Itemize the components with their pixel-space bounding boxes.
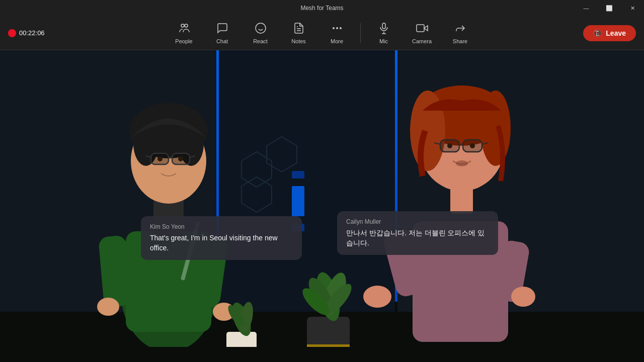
svg-point-61	[447, 143, 452, 148]
leave-phone-icon: 📵	[593, 29, 602, 37]
toolbar: 00:22:06 People Chat	[0, 16, 644, 50]
svg-point-42	[157, 156, 163, 161]
svg-rect-81	[0, 347, 644, 362]
app-title: Mesh for Teams	[300, 5, 343, 12]
svg-point-62	[470, 143, 475, 148]
leave-button[interactable]: 📵 Leave	[583, 25, 636, 41]
react-label: React	[253, 38, 268, 44]
bubble-right-name: Cailyn Muller	[346, 218, 489, 225]
recording-time: 00:22:06	[19, 29, 45, 37]
more-button[interactable]: More	[320, 18, 354, 48]
window-controls: — ⬜ ✕	[575, 0, 644, 16]
svg-point-10	[340, 27, 342, 29]
svg-point-46	[97, 298, 119, 316]
share-icon	[454, 22, 466, 36]
people-button[interactable]: People	[167, 18, 201, 48]
close-button[interactable]: ✕	[621, 0, 644, 16]
recording-indicator: 00:22:06	[8, 29, 45, 37]
svg-marker-14	[424, 26, 428, 31]
chat-button[interactable]: Chat	[205, 18, 239, 48]
speech-bubble-right: Cailyn Muller 만나서 반갑습니다. 저는 더블린 오피스에 있습니…	[337, 211, 498, 255]
bubble-left-text: That's great, I'm in Seoul visiting the …	[150, 233, 293, 253]
notes-icon	[293, 22, 305, 36]
svg-rect-23	[292, 171, 304, 178]
toolbar-divider	[360, 23, 361, 43]
bubble-right-text: 만나서 반갑습니다. 저는 더블린 오피스에 있습니다.	[346, 228, 489, 248]
notes-label: Notes	[291, 38, 306, 44]
more-icon	[331, 22, 343, 36]
main-scene: Kim So Yeon That's great, I'm in Seoul v…	[0, 50, 644, 362]
camera-button[interactable]: Camera	[405, 18, 439, 48]
camera-icon	[416, 22, 428, 36]
svg-point-43	[178, 156, 183, 161]
mic-button[interactable]: Mic	[367, 18, 401, 48]
svg-point-2	[256, 23, 266, 33]
svg-point-66	[363, 286, 391, 308]
speech-bubble-left: Kim So Yeon That's great, I'm in Seoul v…	[141, 216, 302, 260]
react-button[interactable]: React	[244, 18, 278, 48]
svg-rect-15	[417, 25, 424, 32]
chat-label: Chat	[216, 38, 228, 44]
scene-svg	[0, 50, 644, 362]
svg-rect-24	[292, 186, 304, 216]
notes-button[interactable]: Notes	[282, 18, 316, 48]
leave-label: Leave	[606, 29, 626, 37]
svg-rect-18	[219, 50, 395, 312]
bubble-left-name: Kim So Yeon	[150, 223, 293, 230]
share-label: Share	[453, 38, 467, 44]
share-button[interactable]: Share	[443, 18, 477, 48]
minimize-button[interactable]: —	[575, 0, 598, 16]
svg-point-67	[511, 287, 535, 307]
svg-point-0	[181, 24, 184, 27]
chat-icon	[216, 22, 228, 36]
maximize-button[interactable]: ⬜	[598, 0, 621, 16]
svg-point-1	[185, 24, 188, 27]
mic-label: Mic	[379, 38, 388, 44]
svg-point-8	[333, 27, 335, 29]
svg-point-9	[336, 27, 338, 29]
more-label: More	[331, 38, 343, 44]
toolbar-center: People Chat React	[167, 18, 477, 48]
svg-rect-11	[382, 23, 385, 29]
titlebar: Mesh for Teams — ⬜ ✕	[0, 0, 644, 16]
people-label: People	[175, 38, 192, 44]
svg-point-63	[456, 160, 468, 166]
recording-dot	[8, 29, 16, 37]
people-icon	[178, 22, 190, 36]
react-icon	[255, 22, 267, 36]
mic-icon	[378, 22, 390, 36]
camera-label: Camera	[412, 38, 432, 44]
